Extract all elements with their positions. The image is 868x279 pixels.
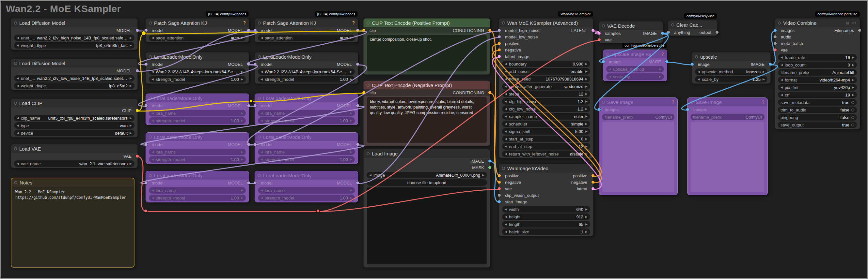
widget-lora_name[interactable]: ◀lora_name▶: [258, 110, 355, 116]
node-mb2[interactable]: LoraLoaderModelOnlymodelMODEL◀lora_name▶…: [146, 132, 249, 164]
node-mc3[interactable]: LoraLoaderModelOnlymodelMODEL◀lora_name▶…: [255, 171, 358, 202]
widget-pingpong[interactable]: pingpongfalse: [778, 114, 857, 120]
node-vc[interactable]: Video Combine▤ •••imagesFilenamesaudiome…: [775, 18, 860, 129]
output-port-MODEL[interactable]: [356, 104, 360, 108]
output-port-MODEL[interactable]: [356, 143, 360, 146]
combo-right-arrow-icon[interactable]: ▶: [585, 130, 588, 133]
combo-right-arrow-icon[interactable]: ▶: [585, 77, 588, 80]
combo-left-arrow-icon[interactable]: ◀: [17, 124, 19, 127]
collapse-dot-icon[interactable]: [14, 22, 17, 25]
combo-left-arrow-icon[interactable]: ◀: [505, 115, 507, 118]
input-port-start_image[interactable]: [497, 200, 501, 204]
combo-right-arrow-icon[interactable]: ▶: [241, 189, 243, 192]
combo-right-arrow-icon[interactable]: ▶: [241, 119, 243, 122]
widget-strength_model[interactable]: ◀strength_model1.00▶: [258, 76, 355, 82]
collapse-dot-icon[interactable]: [258, 97, 261, 100]
widget-boundary[interactable]: ◀boundary0.900▶: [502, 61, 590, 67]
combo-left-arrow-icon[interactable]: ◀: [152, 158, 154, 161]
combo-right-arrow-icon[interactable]: ▶: [852, 78, 854, 81]
combo-right-arrow-icon[interactable]: ▶: [241, 36, 243, 39]
collapse-dot-icon[interactable]: [502, 167, 505, 170]
combo-left-arrow-icon[interactable]: ◀: [780, 56, 783, 59]
node-lora2[interactable]: LoraLoaderModelOnlymodelMODEL◀Wan2.2-I2V…: [255, 52, 358, 84]
widget-format[interactable]: ◀formatvideo/h264-mp4▶: [778, 77, 857, 83]
combo-left-arrow-icon[interactable]: ◀: [152, 189, 154, 192]
widget-end_at_step[interactable]: ◀end_at_step12▶: [502, 143, 590, 150]
toggle-dot-icon[interactable]: [851, 124, 854, 127]
combo-left-arrow-icon[interactable]: ◀: [505, 100, 507, 103]
combo-right-arrow-icon[interactable]: ▶: [350, 70, 352, 73]
combo-left-arrow-icon[interactable]: ◀: [152, 119, 154, 122]
widget-upscale_method[interactable]: ◀upscale_method▶: [606, 66, 664, 72]
node-cc[interactable]: Clear Cac...anythingoutput: [668, 20, 717, 36]
input-port-model[interactable]: [253, 181, 257, 185]
node-mup[interactable]: Upscale Image By?imageIMAGE◀upscale_meth…: [603, 49, 667, 81]
node-header[interactable]: LoraLoaderModelOnly: [146, 133, 249, 141]
input-port-audio[interactable]: [773, 35, 777, 39]
node-neg[interactable]: CLIP Text Encode (Negative Prompt)clipCO…: [363, 80, 490, 146]
node-header[interactable]: Video Combine▤ •••: [775, 19, 860, 27]
combo-left-arrow-icon[interactable]: ◀: [609, 67, 611, 71]
input-port-positive[interactable]: [497, 42, 501, 45]
combo-left-arrow-icon[interactable]: ◀: [17, 44, 19, 47]
node-header[interactable]: Patch Sage Attention KJ?: [255, 19, 358, 27]
combo-left-arrow-icon[interactable]: ◀: [17, 131, 19, 135]
widget-filename_prefix[interactable]: filename_prefixAnimateDiff: [778, 69, 857, 76]
combo-right-arrow-icon[interactable]: ▶: [585, 208, 588, 211]
input-port-model_low_noise[interactable]: [497, 35, 501, 39]
input-port-model[interactable]: [253, 143, 257, 146]
help-icon[interactable]: ?: [661, 51, 664, 57]
collapse-dot-icon[interactable]: [258, 22, 261, 25]
output-port-output[interactable]: [715, 31, 719, 34]
node-header[interactable]: Patch Sage Attention KJ?: [146, 19, 249, 27]
combo-left-arrow-icon[interactable]: ◀: [17, 77, 19, 80]
input-port-model[interactable]: [144, 143, 148, 146]
input-port-model[interactable]: [253, 29, 257, 32]
collapse-dot-icon[interactable]: [258, 56, 261, 58]
node-menu-icons[interactable]: ▤ •••: [846, 21, 857, 25]
node-header[interactable]: LoraLoaderModelOnly: [255, 53, 358, 61]
widget-return_with_leftover_noise[interactable]: ◀return_with_leftover_noisedisable▶: [502, 150, 590, 157]
node-header[interactable]: LoraLoaderModelOnly: [255, 133, 358, 141]
output-port-MODEL[interactable]: [247, 63, 250, 66]
toggle-dot-icon[interactable]: [851, 116, 854, 119]
node-header[interactable]: LoraLoaderModelOnly: [255, 171, 358, 180]
node-header[interactable]: Load VAE: [11, 144, 137, 153]
combo-right-arrow-icon[interactable]: ▶: [852, 63, 854, 67]
widget-lora_name[interactable]: ◀lora_name▶: [149, 149, 246, 155]
input-port-vae[interactable]: [497, 187, 501, 191]
combo-right-arrow-icon[interactable]: ▶: [130, 44, 132, 47]
collapse-dot-icon[interactable]: [258, 174, 261, 177]
input-port-samples[interactable]: [597, 32, 601, 35]
combo-right-arrow-icon[interactable]: ▶: [585, 230, 588, 233]
output-port-MODEL[interactable]: [247, 143, 250, 146]
combo-left-arrow-icon[interactable]: ◀: [505, 215, 507, 218]
widget-sage_attention[interactable]: ◀sage_attentionauto▶: [149, 35, 246, 41]
node-vaen[interactable]: Load VAEVAE◀vae_namewan_2.1_vae.safetens…: [11, 144, 138, 168]
combo-left-arrow-icon[interactable]: ◀: [260, 150, 263, 153]
combo-right-arrow-icon[interactable]: ▶: [241, 158, 243, 161]
combo-left-arrow-icon[interactable]: ◀: [505, 70, 507, 73]
combo-left-arrow-icon[interactable]: ◀: [260, 36, 263, 39]
node-header[interactable]: Notes: [11, 178, 134, 187]
widget-sigma_shift[interactable]: ◀sigma_shift5.00▶: [502, 128, 590, 135]
widget-image[interactable]: ◀imageAnimateDiff_00004.png▶: [367, 172, 487, 178]
output-port-CONDITIONING[interactable]: [488, 91, 492, 95]
node-w2v[interactable]: WanImageToVideopositivepositivenegativen…: [499, 164, 593, 236]
combo-right-arrow-icon[interactable]: ▶: [852, 56, 854, 59]
node-img[interactable]: Load ImageIMAGEMASK◀imageAnimateDiff_000…: [363, 149, 490, 268]
widget-height[interactable]: ◀height912▶: [502, 213, 590, 220]
node-header[interactable]: Upscale Image By?: [603, 50, 667, 58]
combo-right-arrow-icon[interactable]: ▶: [585, 122, 588, 126]
combo-right-arrow-icon[interactable]: ▶: [763, 77, 765, 81]
widget-clip_name[interactable]: ◀clip_nameumt5_xxl_fp8_e4m3fn_scaled.saf…: [14, 115, 134, 121]
output-port-Filenames[interactable]: [858, 29, 862, 32]
combo-left-arrow-icon[interactable]: ◀: [260, 70, 263, 73]
combo-right-arrow-icon[interactable]: ▶: [130, 124, 132, 127]
combo-left-arrow-icon[interactable]: ◀: [505, 230, 507, 233]
input-port-images[interactable]: [773, 29, 777, 32]
widget-combo[interactable]: ◀Wan2.2-I2V-A14B-4steps-lora-rank64-Seko…: [149, 68, 246, 75]
node-mc2[interactable]: LoraLoaderModelOnlymodelMODEL◀lora_name▶…: [255, 132, 358, 164]
combo-left-arrow-icon[interactable]: ◀: [505, 208, 507, 211]
node-canvas[interactable]: Wan2.2 - MoE KSampler Load Diffusion Mod…: [0, 0, 868, 279]
